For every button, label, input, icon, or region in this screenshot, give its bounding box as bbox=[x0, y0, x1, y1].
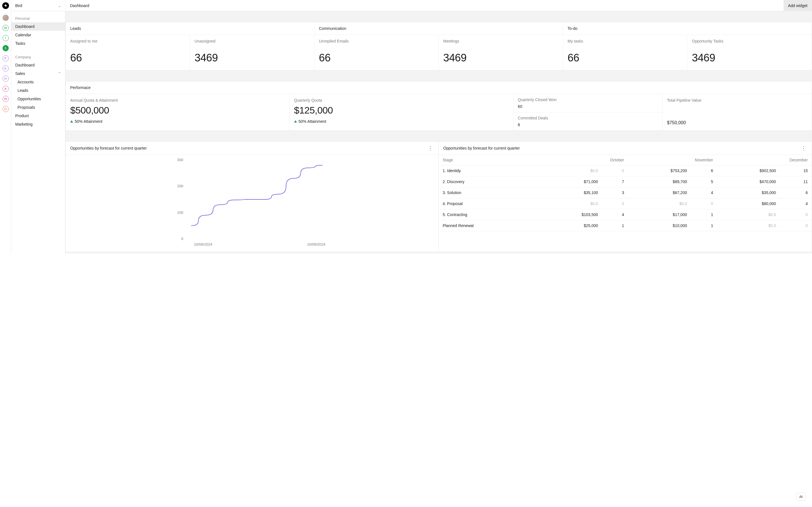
forecast-table: Stage October November December 1. Ident… bbox=[439, 155, 812, 231]
workspace-name: Bird bbox=[15, 3, 22, 8]
kpi-unassigned[interactable]: Unassigned 3469 bbox=[190, 35, 314, 70]
more-icon[interactable]: ⋮ bbox=[800, 146, 807, 151]
org-bubble[interactable]: S bbox=[3, 45, 9, 51]
main: Dashboard Add widget Leads Communication… bbox=[65, 0, 812, 253]
kpi-assigned[interactable]: Assigned to me 66 bbox=[66, 35, 190, 70]
sidebar-item-marketing[interactable]: Marketing bbox=[11, 120, 65, 128]
svg-text:0: 0 bbox=[181, 237, 183, 241]
org-bubble[interactable]: D bbox=[3, 106, 9, 112]
page-title: Dashboard bbox=[70, 3, 89, 8]
sidebar-section-company: Company bbox=[11, 53, 65, 61]
table-row[interactable]: 2. Discovery$71,0007$89,7005$470,00011 bbox=[439, 176, 812, 187]
sidebar: Bird ⌄ Personal Dashboard Calendar Tasks… bbox=[11, 0, 65, 253]
svg-text:10/09/2024: 10/09/2024 bbox=[307, 242, 325, 246]
sidebar-item-company-dashboard[interactable]: Dashboard bbox=[11, 61, 65, 69]
org-rail: MISPEHAWD bbox=[0, 0, 11, 253]
perf-committed[interactable]: Committed Deals 8 bbox=[513, 112, 662, 130]
sidebar-item-tasks[interactable]: Tasks bbox=[11, 39, 65, 48]
sidebar-item-opportunities[interactable]: Opportunities bbox=[11, 95, 65, 103]
chart-card: Opportunities by forecast for current qu… bbox=[65, 142, 439, 252]
topbar: Dashboard Add widget bbox=[65, 0, 812, 11]
col-november: November bbox=[628, 155, 717, 165]
sidebar-item-product[interactable]: Product bbox=[11, 112, 65, 120]
performance-block: Performace Annual Quota & Attainment $50… bbox=[65, 81, 812, 131]
chevron-up-icon: ⌃ bbox=[58, 71, 61, 76]
org-bubble[interactable]: A bbox=[3, 86, 9, 92]
kpi-opptasks[interactable]: Opportunity Tasks 3469 bbox=[688, 35, 812, 70]
table-row[interactable]: Planned Renewal$25,0001$10,0001$0.00 bbox=[439, 220, 812, 231]
col-october: October bbox=[539, 155, 628, 165]
user-avatar[interactable] bbox=[3, 15, 9, 21]
svg-text:300: 300 bbox=[177, 158, 183, 162]
kpi-section-todo: To-do bbox=[563, 22, 812, 35]
perf-quarterly[interactable]: Quarterly Quota $125,000 50% Attainment bbox=[290, 94, 513, 130]
chart-title: Opportunities by forecast for current qu… bbox=[70, 146, 147, 151]
performance-title: Performace bbox=[66, 81, 812, 94]
more-icon[interactable]: ⋮ bbox=[426, 146, 434, 151]
sidebar-item-personal-dashboard[interactable]: Dashboard bbox=[11, 22, 65, 31]
kpi-meetings[interactable]: Meetings 3469 bbox=[439, 35, 563, 70]
add-widget-button[interactable]: Add widget bbox=[783, 0, 812, 11]
perf-stack: Quarterly Closed Won 60 Committed Deals … bbox=[513, 94, 663, 130]
col-december: December bbox=[717, 155, 812, 165]
svg-text:100: 100 bbox=[177, 210, 183, 215]
table-row[interactable]: 4. Proposal$0.00$0.00$80,0004 bbox=[439, 198, 812, 209]
org-bubble[interactable]: I bbox=[3, 35, 9, 41]
arrow-up-icon bbox=[294, 120, 297, 122]
svg-text:10/08/2024: 10/08/2024 bbox=[194, 242, 212, 246]
kpi-section-communication: Communication bbox=[314, 22, 563, 35]
forecast-line-chart: 010020030010/08/202410/09/2024 bbox=[70, 157, 434, 247]
perf-annual[interactable]: Annual Quota & Attainment $500,000 50% A… bbox=[66, 94, 290, 130]
perf-pipeline[interactable]: Total Pipeline Value $750,000 bbox=[663, 94, 812, 130]
arrow-up-icon bbox=[70, 120, 73, 122]
org-bubble[interactable]: P bbox=[3, 55, 9, 61]
sidebar-item-leads[interactable]: Leads bbox=[11, 86, 65, 95]
chevron-down-icon: ⌄ bbox=[58, 3, 61, 8]
kpi-section-leads: Leads bbox=[66, 22, 314, 35]
sidebar-item-proposals[interactable]: Proposals bbox=[11, 103, 65, 112]
org-bubble[interactable]: H bbox=[3, 75, 9, 82]
workspace-switcher[interactable]: Bird ⌄ bbox=[11, 0, 65, 11]
kpi-block: Leads Communication To-do Assigned to me… bbox=[65, 22, 812, 70]
col-stage: Stage bbox=[439, 155, 539, 165]
table-row[interactable]: 3. Solution$35,1003$67,2004$35,0006 bbox=[439, 187, 812, 198]
sidebar-item-calendar[interactable]: Calendar bbox=[11, 31, 65, 39]
app-logo[interactable] bbox=[2, 2, 9, 9]
org-bubble[interactable]: M bbox=[3, 25, 9, 31]
table-card: Opportunities by forecast for current qu… bbox=[439, 142, 812, 252]
org-bubble[interactable]: W bbox=[3, 96, 9, 102]
sidebar-section-personal: Personal bbox=[11, 14, 65, 22]
table-row[interactable]: 5. Contracting$103,5004$17,0001$0.00 bbox=[439, 209, 812, 220]
sidebar-item-accounts[interactable]: Accounts bbox=[11, 78, 65, 86]
sidebar-item-sales[interactable]: Sales ⌃ bbox=[11, 69, 65, 78]
org-bubble[interactable]: E bbox=[3, 65, 9, 71]
table-title: Opportunities by forecast for current qu… bbox=[443, 146, 520, 151]
svg-text:200: 200 bbox=[177, 184, 183, 188]
perf-closedwon[interactable]: Quarterly Closed Won 60 bbox=[513, 94, 662, 112]
kpi-mytasks[interactable]: My tasks 66 bbox=[563, 35, 688, 70]
table-row[interactable]: 1. Identidy$0.00$753,2006$902,50015 bbox=[439, 165, 812, 176]
kpi-unreplied[interactable]: Unreplied Emails 66 bbox=[314, 35, 439, 70]
